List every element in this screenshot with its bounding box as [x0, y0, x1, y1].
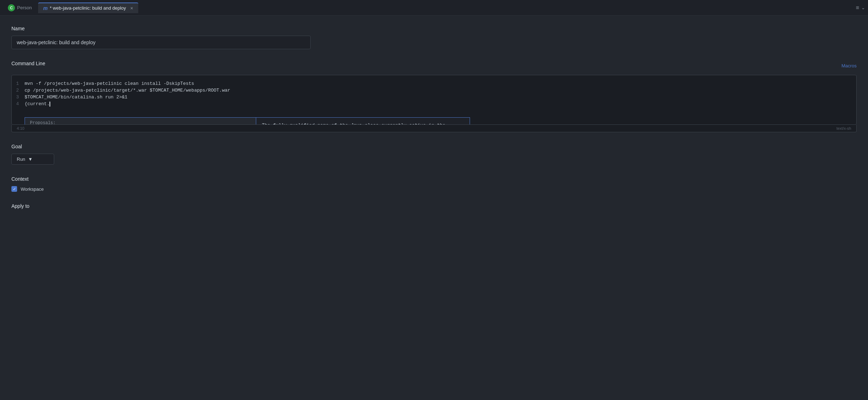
- code-line-2: 2 cp /projects/web-java-petclinic/target…: [12, 87, 856, 94]
- workspace-checkbox-row: ✓ Workspace: [11, 186, 857, 192]
- apply-to-label: Apply to: [11, 203, 857, 209]
- goal-dropdown[interactable]: Run ▼: [11, 154, 54, 165]
- workspace-checkbox[interactable]: ✓: [11, 186, 17, 192]
- code-line-3: 3 $TOMCAT_HOME/bin/catalina.sh run 2>&1: [12, 94, 856, 101]
- chevron-down-icon: ▼: [28, 157, 33, 162]
- proposals-list[interactable]: Proposals: ${current.class.fqn} ${curren…: [25, 117, 256, 125]
- line-content-3: $TOMCAT_HOME/bin/catalina.sh run 2>&1: [25, 94, 856, 100]
- proposals-header: Proposals:: [25, 118, 256, 125]
- tab-close-button[interactable]: ×: [130, 5, 133, 11]
- line-number-4: 4: [12, 101, 25, 107]
- name-label: Name: [11, 26, 857, 31]
- text-cursor: [50, 102, 50, 107]
- description-panel: The fully qualified name of the Java cla…: [256, 117, 470, 125]
- goal-section: Goal Run ▼: [11, 144, 857, 165]
- name-section: Name: [11, 26, 857, 49]
- main-content: Name Command Line Macros 1 mvn -f /proje…: [0, 16, 868, 400]
- line-number-3: 3: [12, 94, 25, 100]
- goal-label: Goal: [11, 144, 857, 149]
- tab-person[interactable]: C Person: [3, 2, 37, 14]
- name-input[interactable]: [11, 36, 311, 49]
- editor-status-bar: 4:10 text/x-sh: [11, 125, 857, 132]
- description-text: The fully qualified name of the Java cla…: [262, 123, 464, 125]
- person-avatar: C: [8, 4, 15, 11]
- tab-bar-right: ≡ ⌄: [856, 5, 865, 11]
- code-editor[interactable]: 1 mvn -f /projects/web-java-petclinic cl…: [11, 75, 857, 125]
- line-content-1: mvn -f /projects/web-java-petclinic clea…: [25, 81, 856, 86]
- command-line-section: Command Line Macros 1 mvn -f /projects/w…: [11, 61, 857, 132]
- active-tab-label: * web-java-petclinic: build and deploy: [50, 5, 126, 11]
- chevron-down-icon[interactable]: ⌄: [861, 5, 865, 10]
- mime-type: text/x-sh: [836, 126, 851, 130]
- cursor-position: 4:10: [17, 126, 24, 130]
- tab-bar-left: C Person m * web-java-petclinic: build a…: [3, 2, 138, 14]
- apply-to-section: Apply to: [11, 203, 857, 209]
- command-line-header: Command Line Macros: [11, 61, 857, 71]
- person-tab-label: Person: [17, 5, 32, 10]
- context-section: Context ✓ Workspace: [11, 176, 857, 192]
- macros-link[interactable]: Macros: [841, 63, 857, 68]
- line-content-4: {current.: [25, 101, 856, 107]
- line-content-2: cp /projects/web-java-petclinic/target/*…: [25, 88, 856, 93]
- line-number-2: 2: [12, 88, 25, 93]
- autocomplete-popup: Proposals: ${current.class.fqn} ${curren…: [25, 117, 470, 125]
- checkmark-icon: ✓: [13, 187, 16, 191]
- command-line-label: Command Line: [11, 61, 45, 66]
- context-label: Context: [11, 176, 857, 182]
- hamburger-menu-icon[interactable]: ≡: [856, 5, 859, 11]
- workspace-label: Workspace: [21, 186, 44, 192]
- code-line-1: 1 mvn -f /projects/web-java-petclinic cl…: [12, 80, 856, 87]
- tab-bar: C Person m * web-java-petclinic: build a…: [0, 0, 868, 16]
- code-line-4: 4 {current.: [12, 101, 856, 107]
- tab-maven-icon: m: [43, 5, 47, 11]
- goal-value: Run: [17, 157, 25, 162]
- code-editor-wrapper: 1 mvn -f /projects/web-java-petclinic cl…: [11, 75, 857, 132]
- tab-active[interactable]: m * web-java-petclinic: build and deploy…: [38, 2, 138, 13]
- line-number-1: 1: [12, 81, 25, 86]
